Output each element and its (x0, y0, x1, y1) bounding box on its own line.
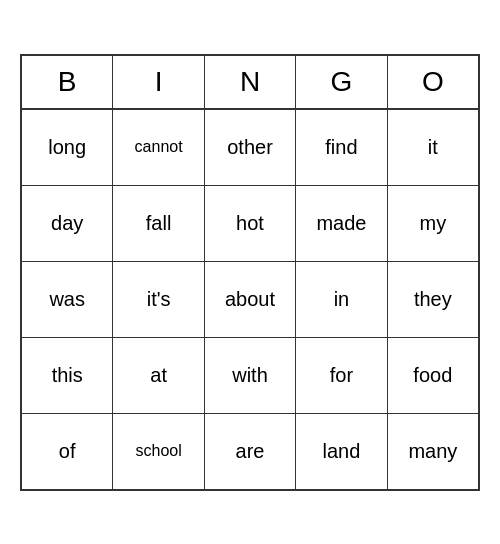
header-letter-i: I (113, 56, 204, 108)
bingo-cell-3-4: in (296, 262, 387, 337)
bingo-row-3: wasit'saboutinthey (22, 262, 478, 338)
bingo-cell-1-4: find (296, 110, 387, 185)
header-letter-b: B (22, 56, 113, 108)
bingo-cell-1-3: other (205, 110, 296, 185)
bingo-row-1: longcannototherfindit (22, 110, 478, 186)
bingo-cell-5-5: many (388, 414, 478, 489)
bingo-cell-4-4: for (296, 338, 387, 413)
bingo-cell-5-2: school (113, 414, 204, 489)
bingo-cell-4-1: this (22, 338, 113, 413)
bingo-cell-2-1: day (22, 186, 113, 261)
bingo-cell-3-3: about (205, 262, 296, 337)
bingo-cell-4-5: food (388, 338, 478, 413)
bingo-cell-3-2: it's (113, 262, 204, 337)
bingo-cell-2-4: made (296, 186, 387, 261)
bingo-header: BINGO (22, 56, 478, 110)
bingo-cell-4-3: with (205, 338, 296, 413)
bingo-cell-3-5: they (388, 262, 478, 337)
bingo-cell-4-2: at (113, 338, 204, 413)
bingo-cell-1-1: long (22, 110, 113, 185)
bingo-row-2: dayfallhotmademy (22, 186, 478, 262)
header-letter-n: N (205, 56, 296, 108)
bingo-cell-5-4: land (296, 414, 387, 489)
bingo-card: BINGO longcannototherfinditdayfallhotmad… (20, 54, 480, 491)
bingo-row-5: ofschoolarelandmany (22, 414, 478, 489)
header-letter-g: G (296, 56, 387, 108)
bingo-row-4: thisatwithforfood (22, 338, 478, 414)
bingo-cell-5-1: of (22, 414, 113, 489)
bingo-body: longcannototherfinditdayfallhotmademywas… (22, 110, 478, 489)
bingo-cell-2-5: my (388, 186, 478, 261)
bingo-cell-2-3: hot (205, 186, 296, 261)
bingo-cell-3-1: was (22, 262, 113, 337)
bingo-cell-5-3: are (205, 414, 296, 489)
bingo-cell-1-2: cannot (113, 110, 204, 185)
bingo-cell-1-5: it (388, 110, 478, 185)
bingo-cell-2-2: fall (113, 186, 204, 261)
header-letter-o: O (388, 56, 478, 108)
